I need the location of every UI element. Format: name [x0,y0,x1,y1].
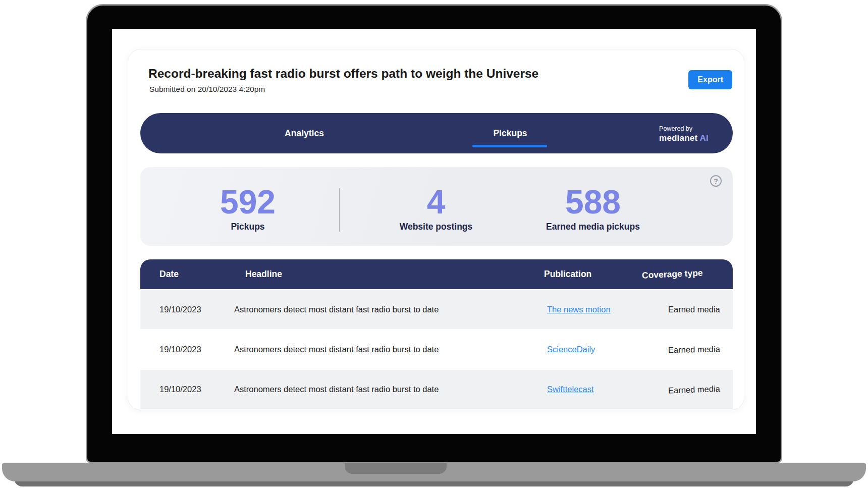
page: Record-breaking fast radio burst offers … [0,0,868,488]
stats-divider [339,188,340,232]
stat-website-postings: 4 Website postings [373,186,499,232]
cell-publication-link[interactable]: ScienceDaily [547,330,595,369]
brand-wordmark: medianet AI [659,133,709,144]
cell-coverage-type: Earned media [668,369,740,410]
column-header-coverage-type: Coverage type [641,258,703,290]
medianet-logo: Powered by medianet AI [659,125,709,144]
page-title: Record-breaking fast radio burst offers … [148,67,538,81]
table-row: 19/10/2023 Astronomers detect most dista… [140,290,733,329]
report-card: Record-breaking fast radio burst offers … [128,49,744,410]
tab-pickups[interactable]: Pickups [460,113,561,153]
submitted-timestamp: Submitted on 20/10/2023 4:20pm [149,85,265,94]
stat-website-postings-label: Website postings [373,222,499,232]
help-icon[interactable]: ? [710,175,722,187]
laptop-screen: Record-breaking fast radio burst offers … [112,29,756,434]
table-body: 19/10/2023 Astronomers detect most dista… [140,290,733,409]
cell-publication-link[interactable]: The news motion [547,290,611,329]
table-row: 19/10/2023 Astronomers detect most dista… [140,370,733,409]
pickups-table: Date Headline Publication Coverage type … [140,259,733,409]
column-header-publication: Publication [544,259,591,289]
table-row: 19/10/2023 Astronomers detect most dista… [140,330,733,369]
table-header: Date Headline Publication Coverage type [140,259,733,289]
stat-pickups-value: 592 [185,186,311,218]
brand-name: medianet [659,133,697,143]
stat-pickups-label: Pickups [185,222,311,232]
cell-publication-link[interactable]: Swifttelecast [547,370,594,409]
stat-earned-media-label: Earned media pickups [527,222,659,232]
brand-ai-suffix: AI [700,133,709,143]
cell-date: 19/10/2023 [159,330,201,369]
stat-website-postings-value: 4 [373,186,499,218]
stat-earned-media-value: 588 [527,186,659,218]
cell-coverage-type: Earned media [668,290,739,329]
active-tab-indicator [472,145,547,147]
tab-bar: Analytics Pickups Powered by medianet AI [140,113,733,153]
cell-headline: Astronomers detect most distant fast rad… [234,370,439,409]
stat-earned-media: 588 Earned media pickups [527,186,659,232]
stat-pickups: 592 Pickups [185,186,311,232]
cell-date: 19/10/2023 [159,290,201,329]
export-button[interactable]: Export [688,70,732,89]
cell-date: 19/10/2023 [159,370,201,409]
tab-analytics[interactable]: Analytics [256,113,352,153]
laptop-base-notch [345,463,447,474]
cell-headline: Astronomers detect most distant fast rad… [234,290,439,329]
powered-by-label: Powered by [659,125,709,133]
stats-panel: ? 592 Pickups 4 Website postings 588 Ear… [140,167,733,246]
cell-coverage-type: Earned media [668,330,739,369]
column-header-headline: Headline [245,259,282,289]
cell-headline: Astronomers detect most distant fast rad… [234,330,439,369]
column-header-date: Date [159,259,179,289]
